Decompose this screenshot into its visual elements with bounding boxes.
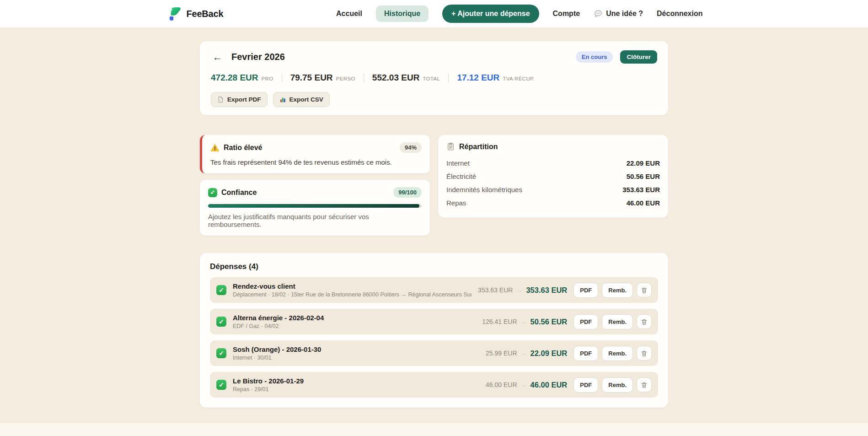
nav-item-historique[interactable]: Historique (376, 5, 429, 22)
export-csv-button[interactable]: Export CSV (273, 92, 330, 107)
totals-row: 472.28 EUR PRO 79.75 EUR PERSO 552.03 EU… (211, 73, 657, 83)
total-pro-amount: 472.28 EUR (211, 73, 258, 83)
brand[interactable]: FeeBack (166, 5, 224, 22)
remb-button[interactable]: Remb. (602, 377, 633, 393)
ratio-alert-card: Ratio élevé 94% Tes frais représentent 9… (200, 135, 430, 173)
pdf-button[interactable]: PDF (573, 283, 598, 298)
trash-icon (641, 350, 648, 357)
speech-bubble-icon (594, 9, 603, 18)
expense-gross-amount: 126.41 EUR (482, 318, 517, 325)
breakdown-row: Repas 46.00 EUR (446, 196, 660, 210)
nav-item-accueil[interactable]: Accueil (336, 10, 362, 18)
arrow-right-icon: → (516, 287, 522, 294)
breakdown-label: Indemnités kilométriques (446, 186, 522, 194)
pdf-button[interactable]: PDF (573, 314, 598, 329)
expense-gross-amount: 25.99 EUR (486, 350, 517, 357)
total-total-label: TOTAL (423, 76, 440, 81)
delete-button[interactable] (637, 377, 652, 392)
total-tva-amount: 17.12 EUR (457, 73, 499, 83)
breakdown-label: Repas (446, 199, 466, 207)
export-pdf-button[interactable]: Export PDF (211, 92, 268, 107)
confidence-badge: 99/100 (393, 187, 422, 198)
expense-subtitle: Internet · 30/01 (233, 355, 479, 361)
breakdown-row: Électricité 50.56 EUR (446, 170, 660, 183)
delete-button[interactable] (637, 283, 652, 297)
divider (364, 74, 364, 82)
expense-subtitle: Déplacement · 18/02 · 15ter Rue de la Br… (233, 291, 472, 298)
close-month-button[interactable]: Clôturer (620, 50, 657, 64)
export-pdf-label: Export PDF (227, 96, 261, 103)
month-title: Fevrier 2026 (231, 52, 285, 62)
footer: Tu paies, FeeBack explique — clair et sa… (0, 423, 868, 436)
feeback-logo-icon (166, 5, 182, 22)
ratio-badge: 94% (400, 142, 422, 153)
expense-row[interactable]: ✓ Le Bistro - 2026-01-29 Repas · 29/01 4… (210, 372, 658, 398)
document-icon (217, 96, 224, 103)
total-tva-label: TVA RÉCUP. (503, 76, 535, 81)
add-expense-button[interactable]: + Ajouter une dépense (442, 5, 539, 23)
expenses-title: Dépenses (4) (210, 262, 658, 271)
total-perso-label: PERSO (336, 76, 355, 81)
remb-button[interactable]: Remb. (602, 283, 633, 298)
expense-gross-amount: 46.00 EUR (486, 381, 517, 388)
expense-gross-amount: 353.63 EUR (478, 286, 513, 294)
nav-item-idea[interactable]: Une idée ? (594, 9, 643, 18)
expense-title: Sosh (Orange) - 2026-01-30 (233, 345, 479, 353)
expense-subtitle: EDF / Gaz · 04/02 (233, 323, 476, 329)
breakdown-value: 50.56 EUR (627, 172, 660, 180)
breakdown-card: Répartition Internet 22.09 EUR Électrici… (438, 135, 668, 218)
expense-subtitle: Repas · 29/01 (233, 386, 479, 393)
check-icon: ✓ (208, 188, 217, 197)
arrow-right-icon: → (521, 382, 527, 388)
clipboard-icon (446, 142, 455, 151)
breakdown-value: 46.00 EUR (627, 199, 660, 207)
total-perso-amount: 79.75 EUR (290, 73, 333, 83)
status-badge: En cours (576, 51, 613, 63)
arrow-right-icon: → (521, 350, 527, 357)
nav-item-deconnexion[interactable]: Déconnexion (657, 10, 702, 18)
nav-idea-label: Une idée ? (606, 10, 643, 18)
confidence-progress-track (208, 204, 422, 208)
top-nav: FeeBack Accueil Historique + Ajouter une… (0, 0, 868, 28)
remb-button[interactable]: Remb. (602, 314, 633, 329)
trash-icon (641, 287, 648, 294)
divider (448, 74, 449, 82)
confidence-card: ✓ Confiance 99/100 Ajoutez les justifica… (200, 180, 430, 236)
breakdown-title: Répartition (459, 143, 498, 151)
delete-button[interactable] (637, 346, 652, 361)
expense-row[interactable]: ✓ Alterna énergie - 2026-02-04 EDF / Gaz… (210, 309, 658, 334)
breakdown-label: Électricité (446, 172, 476, 180)
expense-row[interactable]: ✓ Rendez-vous client Déplacement · 18/02… (210, 277, 658, 303)
breakdown-label: Internet (446, 159, 470, 167)
expense-row[interactable]: ✓ Sosh (Orange) - 2026-01-30 Internet · … (210, 340, 658, 366)
delete-button[interactable] (637, 314, 652, 329)
confidence-progress-fill (208, 204, 419, 208)
expense-title: Le Bistro - 2026-01-29 (233, 377, 479, 385)
breakdown-row: Internet 22.09 EUR (446, 156, 660, 170)
check-icon: ✓ (216, 285, 226, 295)
pdf-button[interactable]: PDF (573, 377, 598, 393)
remb-button[interactable]: Remb. (602, 346, 633, 361)
confidence-title: Confiance (221, 188, 257, 197)
warning-triangle-icon (210, 143, 220, 152)
expense-net-amount: 22.09 EUR (530, 349, 568, 358)
brand-name: FeeBack (187, 9, 224, 19)
expense-title: Rendez-vous client (233, 282, 472, 290)
pdf-button[interactable]: PDF (573, 346, 598, 361)
total-total-amount: 552.03 EUR (372, 73, 420, 83)
back-button[interactable]: ← (211, 51, 224, 63)
nav-item-compte[interactable]: Compte (553, 10, 580, 18)
expense-title: Alterna énergie - 2026-02-04 (233, 314, 476, 322)
expense-net-amount: 353.63 EUR (526, 286, 567, 295)
expenses-card: Dépenses (4) ✓ Rendez-vous client Déplac… (200, 253, 668, 408)
arrow-right-icon: → (521, 318, 527, 325)
ratio-title: Ratio élevé (224, 144, 262, 152)
trash-icon (641, 318, 648, 325)
breakdown-value: 353.63 EUR (622, 186, 660, 194)
expense-net-amount: 46.00 EUR (530, 381, 568, 389)
breakdown-value: 22.09 EUR (627, 159, 660, 167)
trash-icon (641, 382, 648, 388)
check-icon: ✓ (216, 348, 226, 358)
ratio-text: Tes frais représentent 94% de tes revenu… (210, 158, 422, 166)
export-csv-label: Export CSV (289, 96, 323, 103)
